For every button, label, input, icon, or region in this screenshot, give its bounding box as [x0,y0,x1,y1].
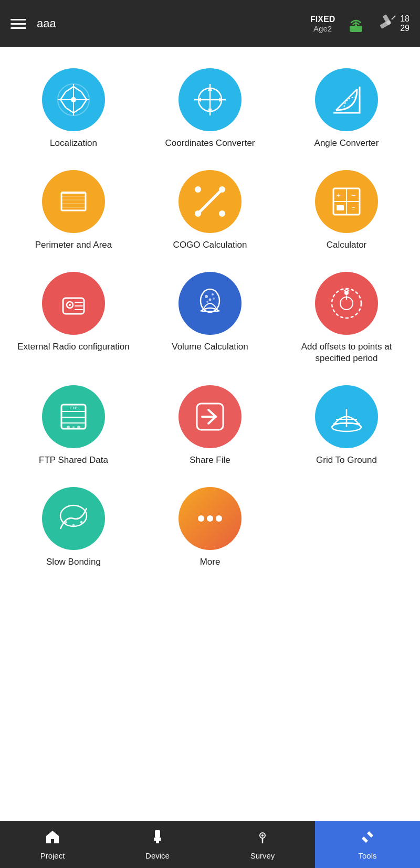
svg-line-26 [200,188,223,212]
device-icon [150,829,165,849]
svg-point-46 [212,293,214,295]
tool-angle-converter[interactable]: Angle Converter [281,63,412,154]
svg-point-59 [72,426,75,428]
volume-calculation-label: Volume Calculation [172,341,248,353]
tool-perimeter-area[interactable]: Perimeter and Area [8,165,139,256]
tool-volume-calculation[interactable]: Volume Calculation [144,267,276,369]
localization-label: Localization [50,137,97,149]
tool-more[interactable]: More [144,482,276,573]
wifi-icon [344,12,368,35]
volume-calculation-icon [178,272,242,335]
svg-rect-18 [61,193,86,210]
svg-point-60 [77,426,80,429]
coordinates-converter-icon [178,68,242,131]
ftp-shared-data-label: FTP Shared Data [39,454,108,466]
svg-point-40 [69,304,71,306]
ftp-shared-data-icon: FTP [42,385,105,448]
add-offsets-icon [315,272,378,335]
svg-point-47 [209,299,212,301]
svg-point-52 [344,291,349,295]
cogo-calculation-label: COGO Calculation [173,239,247,251]
calculator-icon: + − = [315,170,378,233]
nav-tools[interactable]: Tools [315,821,420,868]
angle-converter-label: Angle Converter [314,137,379,149]
svg-point-68 [72,524,75,527]
tools-grid: Localization Coordinates Converter Angle… [5,58,415,579]
tools-icon [360,829,375,849]
perimeter-area-icon [42,170,105,233]
svg-point-80 [261,834,264,837]
coordinates-converter-label: Coordinates Converter [165,137,255,149]
svg-text:=: = [352,205,355,211]
grid-to-ground-label: Grid To Ground [316,454,377,466]
menu-button[interactable] [10,19,26,29]
nav-device[interactable]: Device [105,821,210,868]
svg-point-30 [195,186,201,193]
svg-point-67 [65,521,67,524]
tool-grid-to-ground[interactable]: Grid To Ground [281,380,412,471]
svg-point-74 [216,515,222,522]
svg-point-5 [386,20,391,25]
slow-bonding-label: Slow Bonding [46,556,101,568]
cogo-calculation-icon [178,170,242,233]
calculator-label: Calculator [327,239,367,251]
slow-bonding-icon [42,487,105,550]
home-icon [45,829,60,849]
angle-converter-icon [315,68,378,131]
tool-add-offsets[interactable]: Add offsets to points at specified perio… [281,267,412,369]
grid-to-ground-icon [315,385,378,448]
svg-point-73 [207,515,213,522]
svg-rect-36 [337,205,344,210]
external-radio-icon [42,272,105,335]
svg-point-45 [205,295,208,298]
svg-text:−: − [351,191,355,199]
gps-status: FIXED Age2 [310,15,335,33]
svg-rect-77 [156,841,159,843]
svg-line-6 [392,16,395,19]
svg-point-69 [80,521,83,524]
svg-point-72 [198,515,204,522]
tool-calculator[interactable]: + − = Calculator [281,165,412,256]
svg-point-29 [219,210,225,217]
more-icon [178,487,242,550]
share-file-label: Share File [190,454,230,466]
svg-point-48 [213,298,215,300]
svg-rect-76 [154,838,161,841]
tool-slow-bonding[interactable]: Slow Bonding [8,482,139,573]
more-label: More [200,556,220,568]
perimeter-area-label: Perimeter and Area [35,239,112,251]
share-file-icon [178,385,242,448]
tool-coordinates-converter[interactable]: Coordinates Converter [144,63,276,154]
svg-point-58 [67,426,70,429]
tool-ftp-shared-data[interactable]: FTP FTP Shared Data [8,380,139,471]
app-header: aaa FIXED Age2 18 29 [0,0,420,47]
satellite-count: 18 29 [400,14,410,33]
localization-icon [42,68,105,131]
svg-text:+: + [337,191,341,199]
svg-point-2 [355,25,357,27]
svg-point-10 [71,97,76,102]
user-label: aaa [37,17,56,30]
survey-icon [255,829,270,849]
svg-text:FTP: FTP [69,406,78,410]
svg-point-28 [219,186,225,193]
tool-localization[interactable]: Localization [8,63,139,154]
main-content: Localization Coordinates Converter Angle… [0,47,420,821]
svg-point-71 [77,517,79,520]
svg-point-70 [68,517,70,520]
tool-external-radio[interactable]: External Radio configuration [8,267,139,369]
svg-point-49 [206,301,208,303]
nav-project[interactable]: Project [0,821,105,868]
nav-survey[interactable]: Survey [210,821,315,868]
satellite-icon [377,11,400,36]
svg-point-27 [195,210,201,217]
external-radio-label: External Radio configuration [17,341,130,353]
tool-share-file[interactable]: Share File [144,380,276,471]
tool-cogo-calculation[interactable]: COGO Calculation [144,165,276,256]
bottom-navigation: Project Device Survey [0,821,420,868]
add-offsets-label: Add offsets to points at specified perio… [284,341,410,364]
